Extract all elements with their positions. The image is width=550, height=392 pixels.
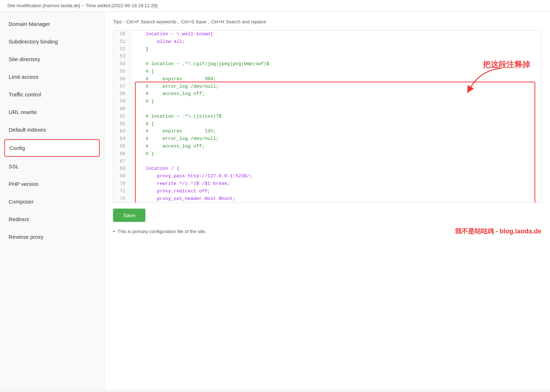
line-code: } xyxy=(131,46,541,53)
line-number: 53 xyxy=(113,53,131,60)
line-number: 66 xyxy=(113,150,131,158)
table-row: 70 rewrite ^/(.*)$ /$1 break; xyxy=(113,180,541,188)
line-number: 50 xyxy=(113,31,131,38)
sidebar-item-limit-access[interactable]: Limit access xyxy=(0,68,104,86)
line-number: 70 xyxy=(113,180,131,188)
line-code: rewrite ^/(.*)$ /$1 break; xyxy=(131,180,541,188)
sidebar-item-domain-manager[interactable]: Domain Manager xyxy=(0,15,104,33)
line-number: 60 xyxy=(113,105,131,113)
line-code: # { xyxy=(131,120,541,128)
line-code: proxy_redirect off; xyxy=(131,188,541,195)
line-code xyxy=(131,158,541,165)
bullet-icon: • xyxy=(113,229,115,234)
line-number: 64 xyxy=(113,135,131,143)
line-number: 57 xyxy=(113,83,131,91)
line-code: location / { xyxy=(131,165,541,173)
sidebar-item-traffic-control[interactable]: Traffic control xyxy=(0,86,104,103)
table-row: 59 # } xyxy=(113,98,541,105)
line-code: # access_log off; xyxy=(131,90,541,98)
line-code: allow all; xyxy=(131,38,541,46)
page-title: Site modification [memos.laoda.de] -- Ti… xyxy=(7,3,158,8)
sidebar: Domain ManagerSubdirectory bindingSite d… xyxy=(0,12,104,389)
sidebar-item-reverse-proxy[interactable]: Reverse proxy xyxy=(0,228,104,246)
sidebar-item-url-rewrite[interactable]: URL rewrite xyxy=(0,103,104,121)
table-row: 69 proxy_pass http://127.0.0.1:5230/; xyxy=(113,173,541,180)
line-number: 71 xyxy=(113,188,131,195)
tips-bar: Tips：Ctrl+F Search keywords，Ctrl+S Save，… xyxy=(113,19,541,25)
table-row: 61 # location ~ .*\.(js|css)?$ xyxy=(113,113,541,120)
table-row: 52 } xyxy=(113,46,541,53)
line-code: # } xyxy=(131,150,541,158)
line-number: 68 xyxy=(113,165,131,173)
sidebar-item-composer[interactable]: Composer xyxy=(0,193,104,210)
table-row: 68 location / { xyxy=(113,165,541,173)
table-row: 50 location ~ \.well-known{ xyxy=(113,31,541,38)
line-code: proxy_set_header Host $host; xyxy=(131,195,541,203)
save-button[interactable]: Save xyxy=(113,209,145,222)
line-number: 51 xyxy=(113,38,131,46)
code-editor-wrapper: 50 location ~ \.well-known{51 allow all;… xyxy=(113,30,541,203)
table-row: 64 # error_log /dev/null; xyxy=(113,135,541,143)
sidebar-item-ssl[interactable]: SSL xyxy=(0,158,104,175)
code-table: 50 location ~ \.well-known{51 allow all;… xyxy=(113,31,541,202)
sidebar-item-config[interactable]: Config xyxy=(4,139,100,157)
line-number: 62 xyxy=(113,120,131,128)
line-number: 65 xyxy=(113,143,131,150)
line-code: # access_log off; xyxy=(131,143,541,150)
line-number: 59 xyxy=(113,98,131,105)
table-row: 54 # location ~ .*\.(gif|jpg|jpeg|png|bm… xyxy=(113,60,541,68)
line-number: 58 xyxy=(113,90,131,98)
page-title-bar: Site modification [memos.laoda.de] -- Ti… xyxy=(0,0,550,12)
sidebar-item-subdirectory-binding[interactable]: Subdirectory binding xyxy=(0,33,104,50)
table-row: 58 # access_log off; xyxy=(113,90,541,98)
table-row: 51 allow all; xyxy=(113,38,541,46)
line-code xyxy=(131,105,541,113)
line-code: # error_log /dev/null; xyxy=(131,135,541,143)
main-content: Tips：Ctrl+F Search keywords，Ctrl+S Save，… xyxy=(104,12,550,389)
table-row: 67 xyxy=(113,158,541,165)
line-code: # location ~ .*\.(js|css)?$ xyxy=(131,113,541,120)
sidebar-item-site-directory[interactable]: Site directory xyxy=(0,50,104,68)
table-row: 53 xyxy=(113,53,541,60)
line-code: # error_log /dev/null; xyxy=(131,83,541,91)
sidebar-item-php-version[interactable]: PHP version xyxy=(0,175,104,193)
line-number: 67 xyxy=(113,158,131,165)
line-number: 54 xyxy=(113,60,131,68)
line-number: 63 xyxy=(113,128,131,135)
table-row: 65 # access_log off; xyxy=(113,143,541,150)
table-row: 62 # { xyxy=(113,120,541,128)
sidebar-item-default-indexes[interactable]: Default indexes xyxy=(0,121,104,138)
table-row: 55 # { xyxy=(113,68,541,76)
table-row: 72 proxy_set_header Host $host; xyxy=(113,195,541,203)
line-code: # location ~ .*\.(gif|jpg|jpeg|png|bmp|s… xyxy=(131,60,541,68)
table-row: 56 # expires 30d; xyxy=(113,76,541,83)
footer-note: This is primary configuration file of th… xyxy=(118,229,206,234)
code-editor[interactable]: 50 location ~ \.well-known{51 allow all;… xyxy=(113,31,541,202)
table-row: 71 proxy_redirect off; xyxy=(113,188,541,195)
line-number: 52 xyxy=(113,46,131,53)
table-row: 63 # expires 12h; xyxy=(113,128,541,135)
line-number: 55 xyxy=(113,68,131,76)
line-code: # { xyxy=(131,68,541,76)
line-code: # expires 12h; xyxy=(131,128,541,135)
line-code: proxy_pass http://127.0.0.1:5230/; xyxy=(131,173,541,180)
line-number: 72 xyxy=(113,195,131,203)
table-row: 66 # } xyxy=(113,150,541,158)
line-number: 69 xyxy=(113,173,131,180)
line-code: location ~ \.well-known{ xyxy=(131,31,541,38)
line-number: 56 xyxy=(113,76,131,83)
line-code: # } xyxy=(131,98,541,105)
table-row: 60 xyxy=(113,105,541,113)
brand-text: 我不是咕咕鸡 - blog.laoda.de xyxy=(455,227,541,236)
sidebar-item-redirect[interactable]: Redirect xyxy=(0,210,104,228)
line-code xyxy=(131,53,541,60)
table-row: 57 # error_log /dev/null; xyxy=(113,83,541,91)
line-number: 61 xyxy=(113,113,131,120)
line-code: # expires 30d; xyxy=(131,76,541,83)
